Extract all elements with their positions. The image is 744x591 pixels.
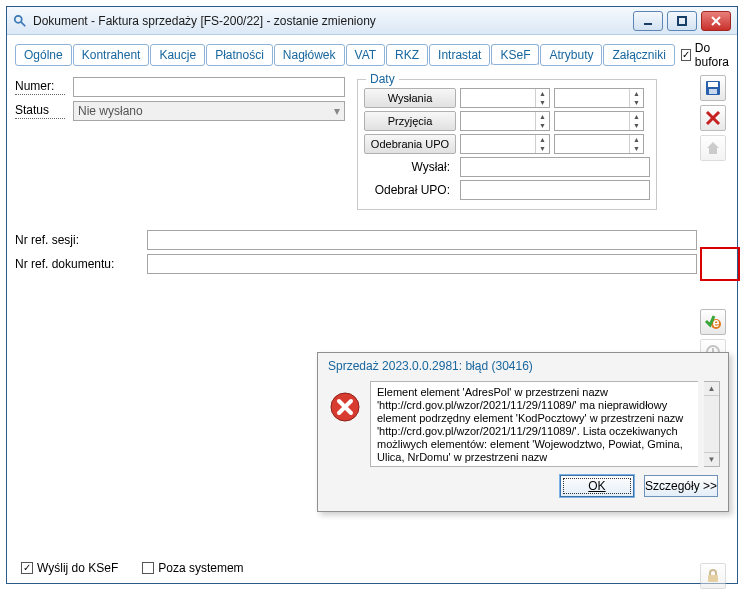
daty-legend: Daty bbox=[366, 72, 399, 86]
svg-rect-17 bbox=[708, 575, 718, 582]
delete-button[interactable] bbox=[700, 105, 726, 131]
status-label: Status bbox=[15, 103, 65, 119]
ref-sesji-input[interactable] bbox=[147, 230, 697, 250]
ok-button[interactable]: OK bbox=[560, 475, 634, 497]
ksef-check-icon: e bbox=[704, 313, 722, 331]
daty-wyslania-button[interactable]: Wysłania bbox=[364, 88, 456, 108]
tab-naglowek[interactable]: Nagłówek bbox=[274, 44, 345, 66]
window-title: Dokument - Faktura sprzedaży [FS-200/22]… bbox=[13, 14, 633, 28]
svg-rect-8 bbox=[709, 89, 717, 94]
wyslij-ksef-checkbox[interactable]: Wyślij do KSeF bbox=[21, 561, 118, 575]
status-combo[interactable]: Nie wysłano ▾ bbox=[73, 101, 345, 121]
bottom-checks: Wyślij do KSeF Poza systemem bbox=[21, 561, 244, 575]
dialog-scrollbar[interactable]: ▲ ▼ bbox=[704, 381, 720, 467]
checkbox-icon bbox=[681, 49, 691, 61]
maximize-button[interactable] bbox=[667, 11, 697, 31]
scroll-up-icon: ▲ bbox=[704, 382, 719, 396]
tab-kontrahent[interactable]: Kontrahent bbox=[73, 44, 150, 66]
daty-odebrania-time[interactable]: ▲▼ bbox=[554, 134, 644, 154]
error-dialog: Sprzedaż 2023.0.0.2981: błąd (30416) Ele… bbox=[317, 352, 729, 512]
wyslal-label: Wysłał: bbox=[364, 160, 456, 174]
do-bufora-label: Do bufora bbox=[695, 41, 731, 69]
daty-group: Daty Wysłania ▲▼ ▲▼ Przyjęcia ▲▼ ▲▼ Odeb… bbox=[357, 79, 657, 210]
dialog-title: Sprzedaż 2023.0.0.2981: błąd (30416) bbox=[318, 353, 728, 377]
svg-line-1 bbox=[21, 21, 25, 25]
tab-ksef[interactable]: KSeF bbox=[491, 44, 539, 66]
ref-dok-input[interactable] bbox=[147, 254, 697, 274]
tab-platnosci[interactable]: Płatności bbox=[206, 44, 273, 66]
wyslal-input[interactable] bbox=[460, 157, 650, 177]
svg-rect-7 bbox=[708, 82, 718, 87]
daty-przyjecia-button[interactable]: Przyjęcia bbox=[364, 111, 456, 131]
dropdown-icon: ▾ bbox=[334, 104, 340, 118]
tab-rkz[interactable]: RKZ bbox=[386, 44, 428, 66]
titlebar: Dokument - Faktura sprzedaży [FS-200/22]… bbox=[7, 7, 737, 35]
checkbox-icon bbox=[21, 562, 33, 574]
daty-przyjecia-date[interactable]: ▲▼ bbox=[460, 111, 550, 131]
numer-label: Numer: bbox=[15, 79, 65, 95]
save-icon bbox=[705, 80, 721, 96]
main-window: Dokument - Faktura sprzedaży [FS-200/22]… bbox=[6, 6, 738, 584]
tab-zalaczniki[interactable]: Załączniki bbox=[603, 44, 674, 66]
tab-intrastat[interactable]: Intrastat bbox=[429, 44, 490, 66]
highlight-annotation bbox=[700, 247, 740, 281]
poza-systemem-checkbox[interactable]: Poza systemem bbox=[142, 561, 243, 575]
close-button[interactable] bbox=[701, 11, 731, 31]
tab-row: Ogólne Kontrahent Kaucje Płatności Nagłó… bbox=[7, 35, 737, 73]
details-button[interactable]: Szczegóły >> bbox=[644, 475, 718, 497]
odebral-label: Odebrał UPO: bbox=[364, 183, 456, 197]
dialog-message: Element element 'AdresPol' w przestrzeni… bbox=[370, 381, 698, 467]
daty-wyslania-time[interactable]: ▲▼ bbox=[554, 88, 644, 108]
numer-input[interactable] bbox=[73, 77, 345, 97]
window-title-text: Dokument - Faktura sprzedaży [FS-200/22]… bbox=[33, 14, 376, 28]
svg-marker-11 bbox=[707, 142, 719, 154]
error-icon bbox=[326, 381, 364, 467]
lock-icon bbox=[705, 568, 721, 584]
tab-kaucje[interactable]: Kaucje bbox=[150, 44, 205, 66]
daty-odebrania-button[interactable]: Odebrania UPO bbox=[364, 134, 456, 154]
ref-dok-label: Nr ref. dokumentu: bbox=[15, 257, 139, 271]
odebral-input[interactable] bbox=[460, 180, 650, 200]
daty-odebrania-date[interactable]: ▲▼ bbox=[460, 134, 550, 154]
ref-sesji-label: Nr ref. sesji: bbox=[15, 233, 139, 247]
svg-rect-3 bbox=[678, 17, 686, 25]
delete-icon bbox=[705, 110, 721, 126]
tab-vat[interactable]: VAT bbox=[346, 44, 386, 66]
status-value: Nie wysłano bbox=[78, 104, 143, 118]
lock-button bbox=[700, 563, 726, 589]
save-button[interactable] bbox=[700, 75, 726, 101]
checkbox-icon bbox=[142, 562, 154, 574]
ksef-check-button[interactable]: e bbox=[700, 309, 726, 335]
daty-przyjecia-time[interactable]: ▲▼ bbox=[554, 111, 644, 131]
wyslij-ksef-label: Wyślij do KSeF bbox=[37, 561, 118, 575]
minimize-button[interactable] bbox=[633, 11, 663, 31]
tab-atrybuty[interactable]: Atrybuty bbox=[540, 44, 602, 66]
magnifier-icon bbox=[13, 14, 27, 28]
scroll-down-icon: ▼ bbox=[704, 452, 719, 466]
poza-systemem-label: Poza systemem bbox=[158, 561, 243, 575]
do-bufora-checkbox[interactable]: Do bufora bbox=[681, 41, 731, 69]
daty-wyslania-date[interactable]: ▲▼ bbox=[460, 88, 550, 108]
tab-ogolne[interactable]: Ogólne bbox=[15, 44, 72, 66]
home-icon bbox=[705, 140, 721, 156]
home-button bbox=[700, 135, 726, 161]
svg-point-0 bbox=[15, 15, 22, 22]
